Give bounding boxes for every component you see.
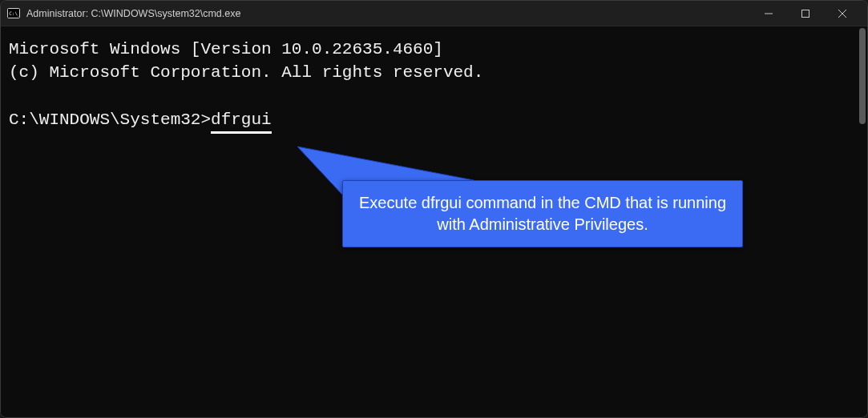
svg-rect-3 [802,10,809,17]
version-line: Microsoft Windows [Version 10.0.22635.46… [9,40,443,58]
terminal-body[interactable]: Microsoft Windows [Version 10.0.22635.46… [1,26,867,418]
copyright-line: (c) Microsoft Corporation. All rights re… [9,63,483,82]
cmd-icon: C:\_ [7,7,20,20]
terminal-output: Microsoft Windows [Version 10.0.22635.46… [9,38,853,132]
scrollbar-thumb[interactable] [859,28,866,124]
annotation-callout: Execute dfrgui command in the CMD that i… [297,147,750,251]
callout-box: Execute dfrgui command in the CMD that i… [342,180,743,247]
typed-command[interactable]: dfrgui [211,111,272,134]
window-title: Administrator: C:\WINDOWS\system32\cmd.e… [26,8,750,19]
window-controls [750,1,861,26]
minimize-button[interactable] [750,1,787,26]
callout-text: Execute dfrgui command in the CMD that i… [359,194,726,233]
titlebar[interactable]: C:\_ Administrator: C:\WINDOWS\system32\… [1,1,867,26]
maximize-button[interactable] [787,1,824,26]
cmd-window: C:\_ Administrator: C:\WINDOWS\system32\… [0,0,868,418]
prompt: C:\WINDOWS\System32> [9,111,211,129]
svg-text:C:\_: C:\_ [9,10,20,16]
close-button[interactable] [824,1,861,26]
